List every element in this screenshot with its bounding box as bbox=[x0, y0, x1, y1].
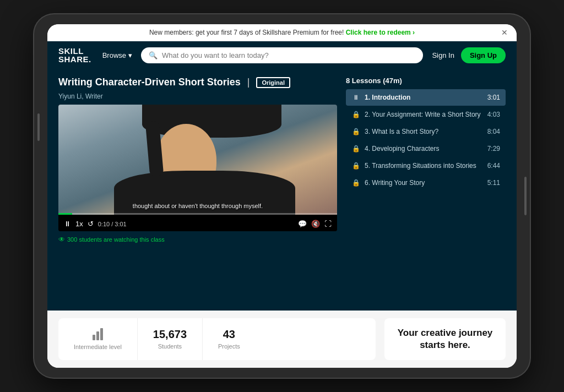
video-progress-fill bbox=[58, 213, 72, 215]
video-background bbox=[58, 105, 337, 215]
main-content: Writing Character-Driven Short Stories |… bbox=[47, 69, 517, 311]
video-controls: ⏸ 1x ↺ 0:10 / 3:01 💬 🔇 ⛶ bbox=[58, 216, 337, 231]
bar-chart-icon bbox=[93, 328, 103, 340]
fullscreen-button[interactable]: ⛶ bbox=[324, 220, 332, 228]
video-subtitle: thought about or haven't thought through… bbox=[58, 203, 337, 209]
lock-icon: 🔒 bbox=[351, 162, 360, 170]
lesson-item[interactable]: 🔒 5. Transforming Situations into Storie… bbox=[346, 157, 506, 174]
lesson-item[interactable]: 🔒 4. Developing Characters 7:29 bbox=[346, 140, 506, 157]
lesson-item[interactable]: ⏸ 1. Introduction 3:01 bbox=[346, 89, 506, 106]
chevron-down-icon: ▾ bbox=[128, 51, 132, 59]
lock-icon: 🔒 bbox=[351, 128, 360, 135]
cta-text: Your creative journey starts here. bbox=[395, 327, 495, 351]
lesson-title: 1. Introduction bbox=[365, 94, 483, 101]
course-title-row: Writing Character-Driven Short Stories |… bbox=[58, 77, 337, 88]
screen: New members: get your first 7 days of Sk… bbox=[47, 24, 517, 368]
lesson-title: 6. Writing Your Story bbox=[365, 179, 483, 187]
students-watching: 👁 300 students are watching this class bbox=[58, 236, 337, 243]
stat-level-label: Intermediate level bbox=[74, 344, 122, 350]
search-icon: 🔍 bbox=[149, 51, 158, 59]
banner-text: New members: get your first 7 days of Sk… bbox=[149, 29, 344, 36]
video-progress-bar[interactable] bbox=[58, 213, 337, 215]
logo: SKILL SHare. bbox=[58, 47, 91, 63]
course-title: Writing Character-Driven Short Stories bbox=[58, 77, 241, 88]
tablet-frame: New members: get your first 7 days of Sk… bbox=[34, 14, 530, 378]
stat-students: 15,673 Students bbox=[138, 318, 203, 360]
lesson-list: ⏸ 1. Introduction 3:01 🔒 2. Your Assignm… bbox=[346, 89, 506, 191]
left-section: Writing Character-Driven Short Stories |… bbox=[58, 77, 337, 305]
stat-projects-value: 43 bbox=[223, 328, 235, 341]
lessons-header: 8 Lessons (47m) bbox=[346, 77, 506, 85]
banner-link[interactable]: Click here to redeem › bbox=[346, 29, 415, 36]
stat-level: Intermediate level bbox=[58, 318, 138, 360]
stat-projects: 43 Projects bbox=[203, 318, 256, 360]
eye-icon: 👁 bbox=[58, 236, 65, 243]
captions-button[interactable]: 💬 bbox=[298, 220, 307, 228]
right-section: 8 Lessons (47m) ⏸ 1. Introduction 3:01 🔒… bbox=[346, 77, 506, 305]
lesson-title: 2. Your Assignment: Write a Short Story bbox=[365, 111, 483, 118]
lesson-item[interactable]: 🔒 2. Your Assignment: Write a Short Stor… bbox=[346, 106, 506, 123]
header-right: Sign In Sign Up bbox=[432, 47, 506, 63]
header: SKILL SHare. Browse ▾ 🔍 Sign In Sign Up bbox=[47, 41, 517, 69]
lesson-duration: 8:04 bbox=[487, 128, 500, 135]
cta-card: Your creative journey starts here. bbox=[384, 318, 506, 360]
banner-close-button[interactable]: ✕ bbox=[501, 28, 508, 37]
logo-share: SHare. bbox=[58, 55, 91, 63]
lesson-item[interactable]: 🔒 6. Writing Your Story 5:11 bbox=[346, 175, 506, 191]
banner: New members: get your first 7 days of Sk… bbox=[47, 24, 517, 41]
lesson-duration: 4:03 bbox=[487, 111, 500, 118]
rewind-button[interactable]: ↺ bbox=[88, 220, 94, 228]
lock-icon: 🔒 bbox=[351, 179, 360, 187]
lesson-duration: 5:11 bbox=[487, 179, 500, 187]
logo-skill: SKILL bbox=[58, 47, 91, 55]
signin-button[interactable]: Sign In bbox=[432, 51, 454, 59]
bottom-section: Intermediate level 15,673 Students 43 Pr… bbox=[47, 311, 517, 368]
play-pause-button[interactable]: ⏸ bbox=[64, 220, 71, 228]
stat-projects-label: Projects bbox=[218, 343, 240, 350]
lesson-duration: 6:44 bbox=[487, 162, 500, 170]
lesson-duration: 7:29 bbox=[487, 145, 500, 153]
browse-button[interactable]: Browse ▾ bbox=[102, 51, 132, 59]
stat-students-label: Students bbox=[158, 343, 182, 350]
lesson-duration: 3:01 bbox=[487, 94, 500, 101]
lesson-title: 5. Transforming Situations into Stories bbox=[365, 162, 483, 170]
lock-icon: 🔒 bbox=[351, 145, 360, 153]
content-area: Writing Character-Driven Short Stories |… bbox=[47, 69, 517, 311]
original-badge: Original bbox=[256, 77, 290, 88]
lesson-item[interactable]: 🔒 3. What Is a Short Story? 8:04 bbox=[346, 123, 506, 140]
stats-area: Intermediate level 15,673 Students 43 Pr… bbox=[58, 318, 376, 360]
mute-button[interactable]: 🔇 bbox=[311, 220, 320, 228]
pause-icon: ⏸ bbox=[351, 94, 360, 101]
lock-icon: 🔒 bbox=[351, 111, 360, 118]
search-input[interactable] bbox=[162, 51, 415, 59]
speed-button[interactable]: 1x bbox=[75, 220, 83, 228]
signup-button[interactable]: Sign Up bbox=[461, 47, 506, 63]
video-player[interactable]: thought about or haven't thought through… bbox=[58, 105, 337, 231]
course-author: Yiyun Li, Writer bbox=[58, 92, 337, 100]
stat-students-value: 15,673 bbox=[153, 328, 187, 341]
lesson-title: 4. Developing Characters bbox=[365, 145, 483, 153]
search-bar[interactable]: 🔍 bbox=[141, 47, 423, 63]
lesson-title: 3. What Is a Short Story? bbox=[365, 128, 483, 135]
time-display: 0:10 / 3:01 bbox=[98, 221, 127, 227]
video-controls-right: 💬 🔇 ⛶ bbox=[298, 220, 332, 228]
students-count: 300 students are watching this class bbox=[67, 236, 165, 243]
